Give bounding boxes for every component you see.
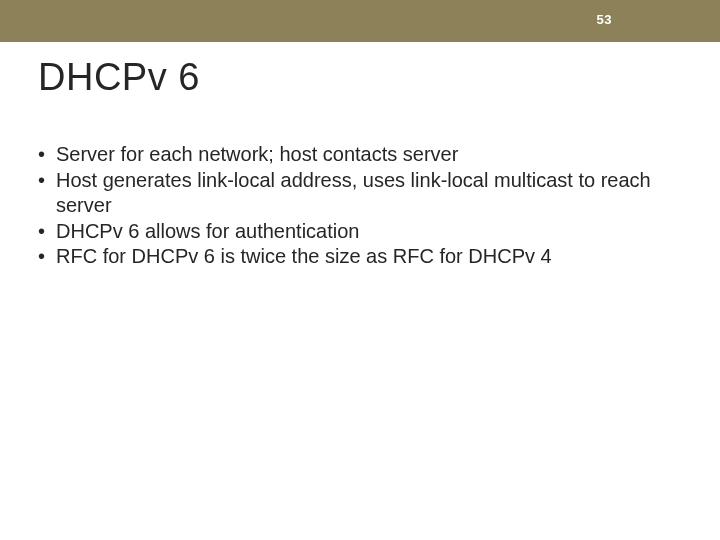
slide-title: DHCPv 6: [38, 56, 200, 99]
header-bar: 53: [0, 0, 720, 42]
page-number: 53: [597, 12, 612, 27]
bullet-list: Server for each network; host contacts s…: [38, 142, 690, 270]
slide: 53 DHCPv 6 Server for each network; host…: [0, 0, 720, 540]
list-item: DHCPv 6 allows for authentication: [38, 219, 690, 245]
list-item: Server for each network; host contacts s…: [38, 142, 690, 168]
list-item: RFC for DHCPv 6 is twice the size as RFC…: [38, 244, 690, 270]
list-item: Host generates link-local address, uses …: [38, 168, 690, 219]
